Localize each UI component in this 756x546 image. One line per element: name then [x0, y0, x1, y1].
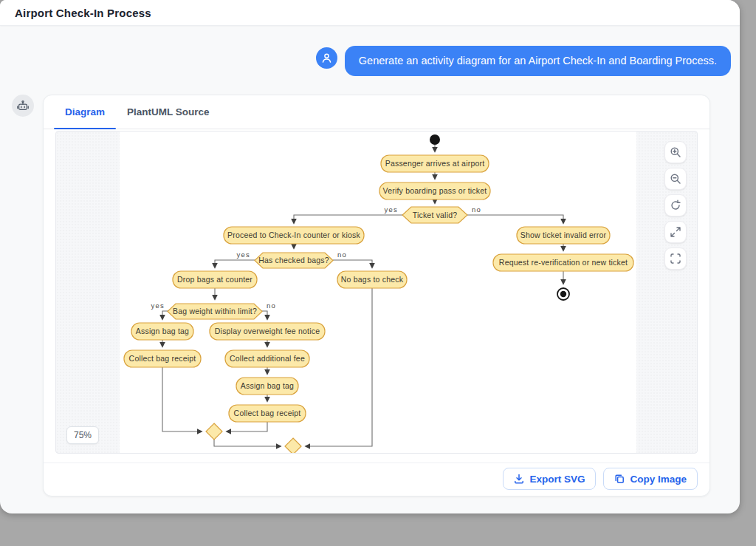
activity-node-assign-tag-2: Assign bag tag [236, 378, 298, 395]
robot-icon [16, 99, 30, 112]
copy-icon [614, 474, 625, 484]
activity-node-assign-tag-1: Assign bag tag [131, 323, 193, 340]
svg-text:Bag weight within limit?: Bag weight within limit? [173, 307, 257, 315]
diagram-canvas[interactable]: Passenger arrives at airport Verify boar… [120, 132, 636, 454]
activity-node-collect-receipt-1: Collect bag receipt [124, 350, 201, 367]
activity-node-request-reverify: Request re-verification or new ticket [493, 254, 633, 271]
svg-text:Drop bags at counter: Drop bags at counter [177, 275, 252, 284]
activity-node-arrive: Passenger arrives at airport [381, 155, 489, 172]
svg-text:Assign bag tag: Assign bag tag [241, 381, 294, 390]
activity-node-no-bags: No bags to check [337, 271, 407, 288]
svg-text:Passenger arrives at airport: Passenger arrives at airport [385, 159, 485, 168]
diagram-viewport[interactable]: Passenger arrives at airport Verify boar… [55, 131, 698, 454]
svg-text:Proceed to Check-In counter or: Proceed to Check-In counter or kiosk [227, 231, 360, 239]
svg-text:Assign bag tag: Assign bag tag [136, 327, 189, 335]
card-footer: Export SVG Copy Image [44, 463, 709, 490]
zoom-level-badge: 75% [66, 426, 99, 444]
assistant-avatar [12, 95, 34, 117]
svg-text:Verify boarding pass or ticket: Verify boarding pass or ticket [383, 186, 487, 195]
export-svg-label: Export SVG [529, 474, 585, 485]
tab-bar: Diagram PlantUML Source [44, 95, 709, 129]
svg-text:Collect bag receipt: Collect bag receipt [234, 409, 301, 417]
expand-icon [670, 226, 681, 238]
diagram-card: Diagram PlantUML Source [43, 95, 710, 496]
activity-node-overweight-notice: Display overweight fee notice [210, 323, 325, 340]
merge-node-2 [285, 438, 301, 454]
zoom-in-button[interactable] [664, 141, 687, 163]
activity-node-proceed: Proceed to Check-In counter or kiosk [224, 227, 364, 244]
fit-to-screen-button[interactable] [664, 248, 687, 270]
svg-text:Collect additional fee: Collect additional fee [230, 354, 305, 363]
svg-text:Display overweight fee notice: Display overweight fee notice [215, 327, 320, 335]
decision-node-ticket-valid: Ticket valid? [402, 207, 467, 223]
svg-text:No bags to check: No bags to check [341, 275, 404, 284]
copy-image-button[interactable]: Copy Image [603, 468, 698, 490]
activity-diagram: Passenger arrives at airport Verify boar… [120, 132, 636, 454]
svg-text:Request re-verification or new: Request re-verification or new ticket [499, 258, 628, 267]
svg-text:yes: yes [385, 205, 398, 214]
svg-text:no: no [472, 205, 481, 214]
tab-diagram[interactable]: Diagram [54, 95, 116, 129]
activity-node-collect-receipt-2: Collect bag receipt [229, 405, 306, 422]
activity-node-drop-bags: Drop bags at counter [173, 271, 257, 288]
activity-node-show-error: Show ticket invalid error [517, 227, 610, 244]
tab-plantuml-source[interactable]: PlantUML Source [116, 95, 221, 129]
svg-text:Show ticket invalid error: Show ticket invalid error [520, 231, 607, 239]
user-avatar [316, 47, 337, 69]
initial-node [430, 134, 440, 145]
zoom-in-icon [670, 146, 681, 158]
diagram-edges [162, 145, 563, 446]
user-message-bubble: Generate an activity diagram for an Airp… [345, 46, 731, 76]
final-node [557, 288, 569, 300]
expand-button[interactable] [664, 221, 687, 243]
activity-node-verify: Verify boarding pass or ticket [379, 182, 490, 199]
decision-node-weight-limit: Bag weight within limit? [168, 304, 262, 319]
person-icon [321, 52, 332, 64]
svg-text:Ticket valid?: Ticket valid? [413, 211, 458, 219]
reset-view-button[interactable] [664, 194, 687, 216]
fit-to-screen-icon [670, 253, 681, 265]
page-title: Airport Check-In Process [15, 7, 151, 19]
app-window: Airport Check-In Process Generate an act… [0, 0, 740, 513]
zoom-controls [664, 141, 687, 270]
download-icon [514, 474, 524, 484]
zoom-out-icon [670, 173, 681, 185]
activity-node-collect-fee: Collect additional fee [225, 350, 309, 367]
copy-image-label: Copy Image [630, 474, 687, 485]
user-message-row: Generate an activity diagram for an Airp… [316, 46, 731, 76]
svg-text:no: no [337, 250, 347, 259]
merge-node-1 [206, 423, 222, 440]
svg-text:Has checked bags?: Has checked bags? [258, 256, 329, 265]
svg-text:yes: yes [151, 301, 165, 310]
svg-text:yes: yes [237, 250, 250, 259]
app-header: Airport Check-In Process [0, 0, 740, 26]
decision-node-has-bags: Has checked bags? [255, 253, 333, 268]
zoom-out-button[interactable] [664, 168, 687, 190]
export-svg-button[interactable]: Export SVG [503, 468, 596, 490]
svg-text:Collect bag receipt: Collect bag receipt [129, 354, 196, 363]
reset-icon [670, 199, 681, 211]
svg-text:no: no [267, 301, 276, 310]
